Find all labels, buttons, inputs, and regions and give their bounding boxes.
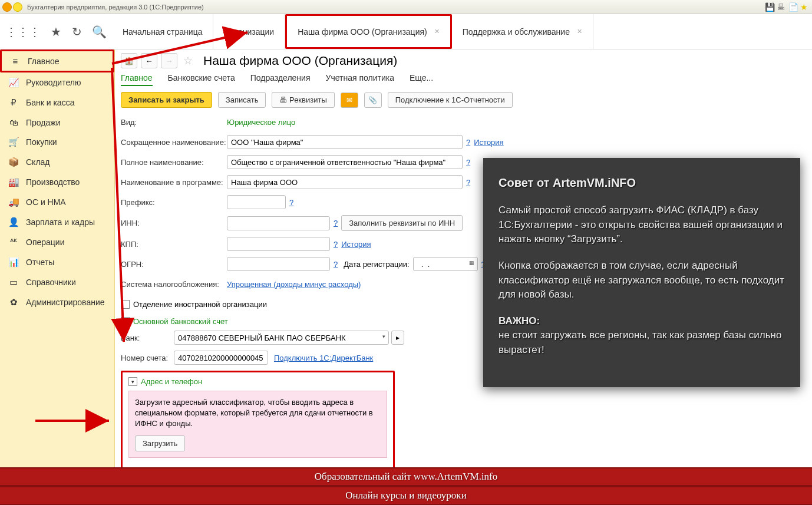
sidebar-item-stock[interactable]: 📦Склад xyxy=(0,152,114,172)
toolbar-icons: ⋮⋮⋮ ★ ↻ 🔍 xyxy=(0,25,112,39)
title-bar: Бухгалтерия предприятия, редакция 3.0 (1… xyxy=(0,0,812,14)
menu-icon: ≡ xyxy=(10,56,21,66)
tab-support[interactable]: Поддержка и обслуживание✕ xyxy=(452,14,593,49)
full-input[interactable] xyxy=(227,155,463,169)
subtab-dept[interactable]: Подразделения xyxy=(250,73,311,86)
save-icon[interactable]: 💾 xyxy=(765,2,774,12)
sidebar-item-manager[interactable]: 📈Руководителю xyxy=(0,72,114,93)
report-icon: 📊 xyxy=(8,257,19,268)
favorite-star-icon[interactable]: ☆ xyxy=(183,54,193,67)
help-icon[interactable]: ? xyxy=(289,198,293,207)
truck-icon: 🚚 xyxy=(8,197,19,207)
sidebar-item-salary[interactable]: 👤Зарплата и кадры xyxy=(0,212,114,232)
sidebar-item-admin[interactable]: ✿Администрирование xyxy=(0,292,114,312)
forward-button[interactable]: → xyxy=(161,53,177,68)
address-block: ▾ Адрес и телефон Загрузите адресный кла… xyxy=(121,371,395,471)
fill-by-inn-button[interactable]: Заполнить реквизиты по ИНН xyxy=(341,215,463,231)
factory-icon: 🏭 xyxy=(8,177,19,187)
regdate-input[interactable] xyxy=(413,257,478,271)
help-icon[interactable]: ? xyxy=(466,158,470,167)
tab-start[interactable]: Начальная страница xyxy=(112,14,213,49)
sidebar-item-buys[interactable]: 🛒Покупки xyxy=(0,132,114,152)
tip-p2: Кнопка отображается в том случае, если а… xyxy=(499,259,785,302)
search-icon[interactable]: 🔍 xyxy=(92,25,107,39)
page-head: 🏠 ← → ☆ Наша фирма ООО (Организация) xyxy=(121,53,806,68)
help-icon[interactable]: ? xyxy=(334,260,338,269)
directbank-link[interactable]: Подключить 1С:ДиректБанк xyxy=(274,354,373,362)
sidebar-item-sales[interactable]: 🛍Продажи xyxy=(0,113,114,132)
page-title: Наша фирма ООО (Организация) xyxy=(203,54,397,68)
connect-1c-button[interactable]: Подключение к 1С-Отчетности xyxy=(388,92,513,108)
prog-input[interactable] xyxy=(227,175,463,189)
star-icon[interactable]: ★ xyxy=(800,2,810,12)
collapse-icon[interactable]: ▾ xyxy=(128,377,137,386)
tax-link[interactable]: Упрощенная (доходы минус расходы) xyxy=(227,280,361,289)
load-classifier-button[interactable]: Загрузить xyxy=(135,435,185,451)
help-icon[interactable]: ? xyxy=(334,219,338,227)
sidebar-item-ops[interactable]: ᴬᴷОперации xyxy=(0,232,114,252)
favorite-icon[interactable]: ★ xyxy=(51,25,61,39)
acct-input[interactable] xyxy=(174,351,268,365)
history-link[interactable]: История xyxy=(474,138,503,147)
address-group-head[interactable]: ▾ Адрес и телефон xyxy=(128,377,387,386)
sidebar-item-refs[interactable]: ▭Справочники xyxy=(0,272,114,292)
back-button[interactable]: ← xyxy=(141,53,157,68)
sidebar-item-main[interactable]: ≡Главное xyxy=(0,49,114,72)
help-icon[interactable]: ? xyxy=(334,240,338,249)
ogrn-label: ОГРН: xyxy=(121,260,227,269)
subtab-main[interactable]: Главное xyxy=(121,73,153,86)
inn-input[interactable] xyxy=(227,216,330,230)
tip-overlay: Совет от ArtemVM.iNFO Самый простой спос… xyxy=(483,158,800,387)
requisites-button[interactable]: 🖶 Реквизиты xyxy=(272,92,334,108)
close-icon[interactable]: ✕ xyxy=(434,28,440,35)
short-input[interactable] xyxy=(227,135,463,149)
sidebar-item-prod[interactable]: 🏭Производство xyxy=(0,172,114,192)
history-link[interactable]: История xyxy=(341,240,371,249)
subtab-bank[interactable]: Банковские счета xyxy=(168,73,235,86)
tab-orgs[interactable]: Организации xyxy=(213,14,285,49)
open-ref-icon[interactable]: ▸ xyxy=(391,331,404,345)
help-icon[interactable]: ? xyxy=(466,178,470,187)
short-label: Сокращенное наименование: xyxy=(121,138,227,147)
footer: Образовательный сайт www.ArtemVM.info Он… xyxy=(0,467,812,505)
bank-input[interactable] xyxy=(174,331,389,345)
sidebar-item-bank[interactable]: ₽Банк и касса xyxy=(0,93,114,113)
print-icon: 🖶 xyxy=(279,95,287,104)
ogrn-input[interactable] xyxy=(227,257,330,271)
collapse-icon[interactable]: ▾ xyxy=(121,317,130,326)
subtab-more[interactable]: Еще... xyxy=(410,73,433,86)
ops-icon: ᴬᴷ xyxy=(8,237,19,247)
envelope-icon[interactable]: ✉ xyxy=(341,93,358,108)
foreign-checkbox[interactable] xyxy=(121,300,130,309)
save-button[interactable]: Записать xyxy=(218,92,266,108)
footer-line2: Онлайн курсы и видеоуроки xyxy=(0,486,812,505)
sidebar-item-reports[interactable]: 📊Отчеты xyxy=(0,252,114,272)
tab-ourfirm[interactable]: Наша фирма ООО (Организация)✕ xyxy=(285,14,452,49)
history-icon[interactable]: ↻ xyxy=(72,25,82,39)
tip-head: Совет от ArtemVM.iNFO xyxy=(499,174,785,192)
bank-label: Банк: xyxy=(121,334,174,342)
hint-box: Загрузите адресный классификатор, чтобы … xyxy=(128,391,387,458)
subtab-policy[interactable]: Учетная политика xyxy=(326,73,394,86)
home-button[interactable]: 🏠 xyxy=(121,53,137,68)
footer-line1: Образовательный сайт www.ArtemVM.info xyxy=(0,467,812,486)
kpp-input[interactable] xyxy=(227,237,330,251)
print-icon[interactable]: 🖶 xyxy=(777,2,786,12)
calendar-icon[interactable]: ▦ xyxy=(469,260,474,266)
close-icon[interactable]: ✕ xyxy=(577,28,582,35)
app-menu-icon[interactable] xyxy=(13,2,22,12)
sidebar: ≡Главное 📈Руководителю ₽Банк и касса 🛍Пр… xyxy=(0,49,115,474)
doc-icon[interactable]: 📄 xyxy=(788,2,798,12)
top-toolbar: ⋮⋮⋮ ★ ↻ 🔍 Начальная страница Организации… xyxy=(0,14,812,49)
help-icon[interactable]: ? xyxy=(466,138,470,147)
titlebar-right-icons: 💾 🖶 📄 ★ xyxy=(765,2,810,12)
attach-icon[interactable]: 📎 xyxy=(364,93,382,108)
dropdown-icon[interactable]: ▾ xyxy=(382,334,385,339)
chart-icon: 📈 xyxy=(8,77,19,88)
save-close-button[interactable]: Записать и закрыть xyxy=(121,92,212,108)
tax-label: Система налогообложения: xyxy=(121,280,227,289)
prefix-input[interactable] xyxy=(227,195,286,209)
apps-icon[interactable]: ⋮⋮⋮ xyxy=(5,25,41,39)
sidebar-item-os[interactable]: 🚚ОС и НМА xyxy=(0,192,114,212)
app-icon xyxy=(2,2,12,12)
